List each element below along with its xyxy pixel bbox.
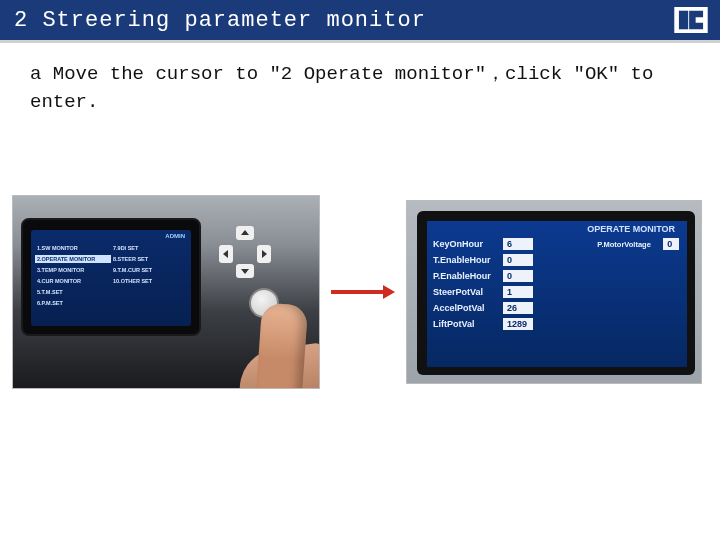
menu-item[interactable]: 8.STEER SET — [111, 255, 187, 263]
monitor-row: P.MotorVoltage0 — [597, 238, 681, 250]
monitor-row: KeyOnHour6 — [433, 238, 595, 250]
header-bar: 2 Streering parameter monitor — [0, 0, 720, 40]
images-row: ADMIN 1.SW MONITOR2.OPERATE MONITOR3.TEM… — [12, 195, 708, 389]
monitor-label: P.EnableHour — [433, 271, 499, 281]
monitor-row: LiftPotVal1289 — [433, 318, 595, 330]
menu-item[interactable]: 4.CUR MONITOR — [35, 277, 111, 285]
finger-icon — [256, 303, 308, 389]
menu-item[interactable]: 3.TEMP MONITOR — [35, 266, 111, 274]
admin-label: ADMIN — [165, 233, 185, 239]
dpad-left-button[interactable] — [219, 245, 233, 263]
monitor-label: SteerPotVal — [433, 287, 499, 297]
monitor-value: 26 — [503, 302, 533, 314]
monitor-value: 0 — [503, 254, 533, 266]
operate-monitor-screen: OPERATE MONITOR KeyOnHour6T.EnableHour0P… — [427, 221, 687, 367]
dpad-right-button[interactable] — [257, 245, 271, 263]
dpad-down-button[interactable] — [236, 264, 254, 278]
monitor-row: T.EnableHour0 — [433, 254, 595, 266]
control-panel-photo: ADMIN 1.SW MONITOR2.OPERATE MONITOR3.TEM… — [12, 195, 320, 389]
monitor-row: SteerPotVal1 — [433, 286, 595, 298]
monitor-row: P.EnableHour0 — [433, 270, 595, 282]
menu-screen: ADMIN 1.SW MONITOR2.OPERATE MONITOR3.TEM… — [31, 230, 191, 326]
monitor-label: P.MotorVoltage — [597, 240, 659, 249]
menu-item[interactable]: 9.T.M.CUR SET — [111, 266, 187, 274]
monitor-label: LiftPotVal — [433, 319, 499, 329]
monitor-label: T.EnableHour — [433, 255, 499, 265]
svg-rect-1 — [679, 11, 688, 30]
monitor-value: 1 — [503, 286, 533, 298]
menu-item[interactable]: 5.T.M.SET — [35, 288, 111, 296]
monitor-label: AccelPotVal — [433, 303, 499, 313]
menu-item[interactable]: 7.9DI SET — [111, 244, 187, 252]
menu-item[interactable]: 1.SW MONITOR — [35, 244, 111, 252]
menu-item[interactable]: 6.P.M.SET — [35, 299, 111, 307]
monitor-value: 1289 — [503, 318, 533, 330]
menu-item[interactable]: 10.OTHER SET — [111, 277, 187, 285]
monitor-label: KeyOnHour — [433, 239, 499, 249]
monitor-value: 0 — [503, 270, 533, 282]
brand-logo-icon — [674, 7, 708, 33]
monitor-row: AccelPotVal26 — [433, 302, 595, 314]
monitor-value: 6 — [503, 238, 533, 250]
dpad-up-button[interactable] — [236, 226, 254, 240]
menu-item[interactable]: 2.OPERATE MONITOR — [35, 255, 111, 263]
instruction-text: a Move the cursor to "2 Operate monitor"… — [0, 43, 720, 124]
arrow-right-icon — [324, 282, 402, 302]
page-title: 2 Streering parameter monitor — [14, 8, 426, 33]
screen-title: OPERATE MONITOR — [433, 224, 681, 234]
monitor-value: 0 — [663, 238, 679, 250]
operate-monitor-photo: OPERATE MONITOR KeyOnHour6T.EnableHour0P… — [406, 200, 702, 384]
dpad[interactable] — [219, 226, 271, 278]
